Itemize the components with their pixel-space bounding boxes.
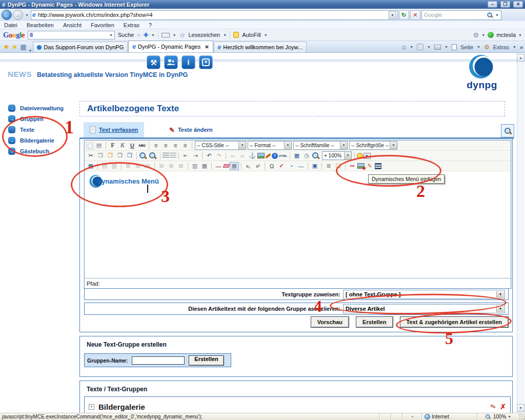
autofill-dropdown-icon[interactable]: ▼ [264, 33, 268, 37]
url-field[interactable]: e http://www.joywork.ch/cms/index.php?sh… [31, 10, 398, 20]
format-select[interactable]: -- Format --▼ [248, 141, 292, 150]
group-create-button[interactable]: Erstellen [189, 355, 224, 366]
numbered-list-icon[interactable] [170, 153, 176, 158]
layers-icon[interactable]: ≣ [324, 162, 333, 170]
erstellen-button[interactable]: Erstellen [356, 316, 393, 328]
menu-item-datei[interactable]: Datei [4, 22, 17, 28]
google-combo-dropdown-icon[interactable]: ▼ [109, 33, 113, 37]
cleanup-icon[interactable] [265, 153, 271, 158]
insert-column-after-icon[interactable]: ⊞ [167, 162, 176, 170]
url-dropdown-icon[interactable]: ▼ [389, 11, 396, 19]
search-magnifier-button[interactable] [501, 124, 514, 137]
autofill-button[interactable]: AutoFill [242, 32, 261, 38]
settings-dropdown-icon[interactable]: ▼ [481, 33, 485, 37]
horizontal-rule-icon[interactable]: — [214, 162, 223, 170]
insert-time-icon[interactable]: ◷ [302, 152, 311, 160]
menu-item-?[interactable]: ? [149, 22, 152, 28]
align-justify-icon[interactable]: ≡ [180, 142, 190, 150]
spellcheck-icon[interactable]: ✓ [277, 162, 286, 170]
resize-grip[interactable] [519, 414, 525, 420]
tab-close-icon[interactable]: ✕ [205, 44, 209, 50]
print-icon[interactable]: ▤ [94, 142, 104, 150]
delete-column-icon[interactable]: ⊠ [176, 162, 186, 170]
paste-word-icon[interactable]: ❒ [125, 152, 134, 160]
paste-text-icon[interactable]: ❒ [115, 152, 125, 160]
zoom-select[interactable]: + 100%▼ [322, 151, 352, 160]
indent-icon[interactable]: ⇥ [191, 152, 200, 160]
add-button-icon[interactable]: ✚ [144, 32, 148, 38]
search-dropdown-icon[interactable]: ▼ [495, 13, 499, 17]
home-icon[interactable]: ⌂ [402, 43, 406, 51]
page-scrollbar[interactable] [517, 53, 524, 413]
html-icon[interactable]: HTML [278, 152, 288, 160]
tab-texte-aendern[interactable]: ✎ Texte ändern [163, 122, 219, 137]
tab-list-dropdown-icon[interactable]: ▼ [27, 49, 33, 52]
browser-tab[interactable]: eDynPG - Dynamic Pages✕ [128, 41, 213, 52]
bullet-list-icon[interactable] [163, 153, 169, 158]
align-center-icon[interactable]: ≡ [161, 142, 170, 150]
insert-column-before-icon[interactable]: ⊞ [157, 162, 166, 170]
stop-button[interactable]: ✕ [410, 10, 420, 20]
underline-icon[interactable]: U [128, 142, 137, 150]
iframe-icon[interactable]: ▣ [310, 162, 319, 170]
add-favorite-icon[interactable]: ★ [12, 43, 18, 51]
favorites-star-icon[interactable]: ★ [3, 43, 10, 51]
wrench-icon[interactable]: ⚙ [473, 31, 479, 39]
zoom-pane[interactable]: 100% ▼ [477, 413, 518, 420]
redo-icon[interactable]: ↷ [214, 152, 224, 160]
subscript-icon[interactable]: x₂ [244, 162, 253, 170]
chevron-more-icon[interactable]: » [520, 44, 523, 50]
logout-icon[interactable]: ✕ [199, 55, 213, 69]
new-document-icon[interactable]: ▢ [86, 142, 94, 149]
account-dropdown-icon[interactable]: ▼ [518, 33, 522, 37]
image-icon[interactable] [257, 153, 265, 158]
search-icon[interactable] [487, 12, 493, 18]
search-input[interactable]: Google ▼ [421, 10, 501, 20]
unlink-icon[interactable]: ∞ [238, 152, 247, 160]
bold-icon[interactable]: F [108, 142, 117, 150]
browser-tab[interactable]: eHerzlich willkommen bei Joyw... [214, 42, 307, 52]
seite-button[interactable]: Seite [460, 44, 473, 50]
special-char-icon[interactable]: Ω [267, 162, 276, 170]
menu-item-ansicht[interactable]: Ansicht [63, 22, 82, 28]
history-dropdown-icon[interactable]: ▼ [24, 13, 30, 17]
insert-time-alt-icon[interactable]: ◔ [287, 162, 296, 170]
split-cells-icon[interactable]: ▥ [190, 162, 199, 170]
lesezeichen-button[interactable]: Lesezeichen [188, 32, 220, 38]
copy-icon[interactable]: ❐ [96, 152, 105, 160]
font-size-select[interactable]: -- Schriftgröße --▼ [349, 141, 397, 150]
font-family-select[interactable]: -- Schriftfamilie --▼ [293, 141, 348, 150]
google-search-combo[interactable]: 8 ▼ [28, 31, 115, 39]
forward-button[interactable]: → [13, 10, 23, 20]
back-button[interactable]: ← [2, 10, 12, 20]
vorschau-button[interactable]: Vorschau [311, 316, 349, 328]
rss-feed-icon[interactable] [417, 44, 423, 50]
menu-item-bearbeiten[interactable]: Bearbeiten [27, 22, 54, 28]
link-icon[interactable]: ∞ [228, 152, 237, 160]
extras-button[interactable]: Extras [493, 44, 509, 50]
superscript-icon[interactable]: x² [253, 162, 262, 170]
merge-cells-icon[interactable]: ▦ [200, 162, 209, 170]
popup-blocker-icon[interactable] [161, 33, 170, 37]
menu-item-extras[interactable]: Extras [124, 22, 139, 28]
browser-tab[interactable]: Das Support-Forum von DynPG [33, 42, 128, 52]
scroll-down-icon[interactable]: ▼ [517, 404, 524, 412]
align-right-icon[interactable]: ≡ [171, 142, 180, 150]
minimize-button[interactable]: – [488, 1, 497, 8]
cut-icon[interactable]: ✂ [86, 152, 95, 160]
add-dropdown-icon[interactable]: ▼ [151, 33, 155, 37]
toggle-guidelines-icon[interactable]: ▦ [230, 162, 239, 170]
tools-icon[interactable]: ⚒ [147, 55, 160, 69]
help-icon[interactable]: ? [272, 153, 278, 159]
anchor-icon[interactable]: ⚓ [248, 152, 257, 160]
users-icon[interactable] [164, 55, 178, 69]
edit-group-icon[interactable]: ✎ [489, 402, 497, 411]
scroll-up-icon[interactable]: ▲ [517, 54, 524, 62]
lesezeichen-dropdown-icon[interactable]: ▼ [223, 33, 227, 37]
chevron-down-icon[interactable]: ▼ [496, 291, 504, 298]
popup-dropdown-icon[interactable]: ▼ [173, 33, 176, 37]
restore-button[interactable]: ❐ [500, 1, 510, 8]
url-text[interactable]: http://www.joywork.ch/cms/index.php?show… [38, 12, 387, 18]
italic-icon[interactable]: K [118, 142, 127, 150]
insert-date-icon[interactable]: ▦ [292, 152, 301, 160]
